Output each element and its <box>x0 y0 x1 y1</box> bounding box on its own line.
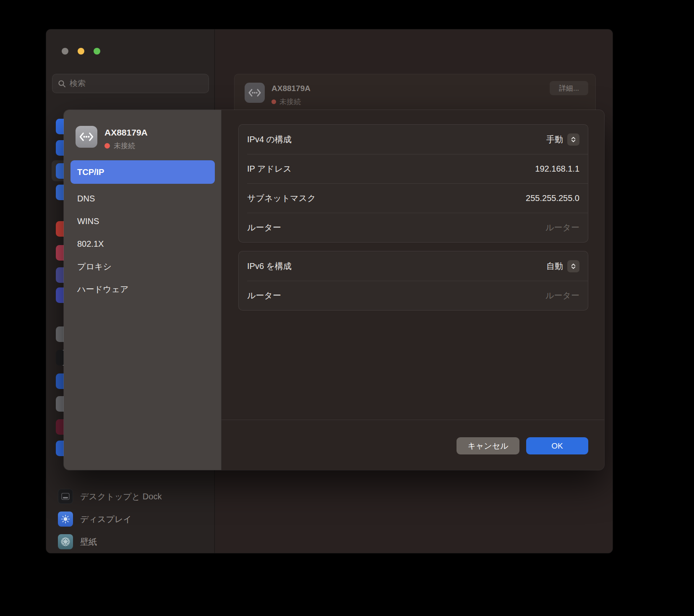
sheet-tab-panel: AX88179A 未接続 TCP/IP DNS WINS 802.1X プロキシ… <box>64 110 222 470</box>
window-controls <box>62 48 100 55</box>
popup-value: 手動 <box>546 134 563 145</box>
row-label: ルーター <box>247 222 281 233</box>
search-input[interactable]: 検索 <box>52 74 209 93</box>
chevron-up-down-icon <box>567 133 579 146</box>
sidebar-item-label: ディスプレイ <box>80 514 132 525</box>
status-dot-icon <box>104 143 110 149</box>
minimize-button[interactable] <box>78 48 84 55</box>
row-label: IP アドレス <box>247 163 292 175</box>
ipv4-settings-group: IPv4 の構成 手動 IP アドレス <box>238 124 588 243</box>
footer-divider <box>222 420 604 420</box>
subnet-mask-field[interactable]: 255.255.255.0 <box>526 193 579 203</box>
details-button[interactable]: 詳細... <box>550 81 588 95</box>
device-name: AX88179A <box>104 128 148 138</box>
row-label: IPv4 の構成 <box>247 134 292 145</box>
row-label: サブネットマスク <box>247 193 316 204</box>
popup-value: 自動 <box>546 261 563 272</box>
tcpip-config-sheet: AX88179A 未接続 TCP/IP DNS WINS 802.1X プロキシ… <box>64 110 604 470</box>
ipv6-router-field[interactable]: ルーター <box>545 290 579 301</box>
subnet-mask-row: サブネットマスク 255.255.255.0 <box>239 183 588 213</box>
ipv6-router-row: ルーター ルーター <box>239 281 588 310</box>
close-button[interactable] <box>62 48 68 55</box>
ipv6-config-row: IPv6 を構成 自動 <box>239 251 588 281</box>
sidebar-item-displays[interactable]: ディスプレイ <box>58 512 132 527</box>
tab-proxy[interactable]: プロキシ <box>70 255 215 278</box>
row-label: ルーター <box>247 290 281 301</box>
ipv4-config-row: IPv4 の構成 手動 <box>239 125 588 154</box>
tab-dns[interactable]: DNS <box>70 187 215 210</box>
status-text: 未接続 <box>114 141 135 151</box>
device-status: 未接続 <box>104 141 135 151</box>
adapter-name: AX88179A <box>271 84 310 93</box>
zoom-button[interactable] <box>94 48 100 55</box>
tab-8021x[interactable]: 802.1X <box>70 232 215 255</box>
wallpaper-icon <box>58 534 73 549</box>
sidebar-item-label: 壁紙 <box>80 536 97 548</box>
tab-hardware[interactable]: ハードウェア <box>70 278 215 300</box>
row-label: IPv6 を構成 <box>247 261 292 272</box>
status-dot-icon <box>271 99 276 104</box>
desktop-dock-icon <box>58 489 73 504</box>
ok-button[interactable]: OK <box>526 437 588 454</box>
sheet-settings-panel: IPv4 の構成 手動 IP アドレス <box>222 110 604 470</box>
ethernet-adapter-icon <box>76 126 97 148</box>
cancel-button[interactable]: キャンセル <box>457 437 519 454</box>
sidebar-item-desktop-dock[interactable]: デスクトップと Dock <box>58 489 162 504</box>
ipv6-settings-group: IPv6 を構成 自動 ルーター ルー <box>238 251 588 311</box>
search-placeholder: 検索 <box>70 78 86 89</box>
ipv4-router-row: ルーター ルーター <box>239 213 588 242</box>
adapter-status: 未接続 <box>271 97 301 107</box>
ip-address-field[interactable]: 192.168.1.1 <box>535 164 579 174</box>
search-icon <box>58 80 66 88</box>
ipv4-config-popup[interactable]: 手動 <box>546 133 579 146</box>
ethernet-adapter-icon <box>245 83 265 103</box>
ipv4-router-field[interactable]: ルーター <box>545 222 579 233</box>
ip-address-row: IP アドレス 192.168.1.1 <box>239 154 588 183</box>
displays-icon <box>58 512 73 527</box>
tab-wins[interactable]: WINS <box>70 210 215 232</box>
status-text: 未接続 <box>279 97 301 107</box>
tab-tcpip[interactable]: TCP/IP <box>70 160 215 184</box>
chevron-up-down-icon <box>567 260 579 272</box>
ipv6-config-popup[interactable]: 自動 <box>546 260 579 272</box>
desktop-background: 検索 <box>0 0 694 616</box>
sidebar-item-label: デスクトップと Dock <box>80 491 162 502</box>
sidebar-item-wallpaper[interactable]: 壁紙 <box>58 534 97 549</box>
